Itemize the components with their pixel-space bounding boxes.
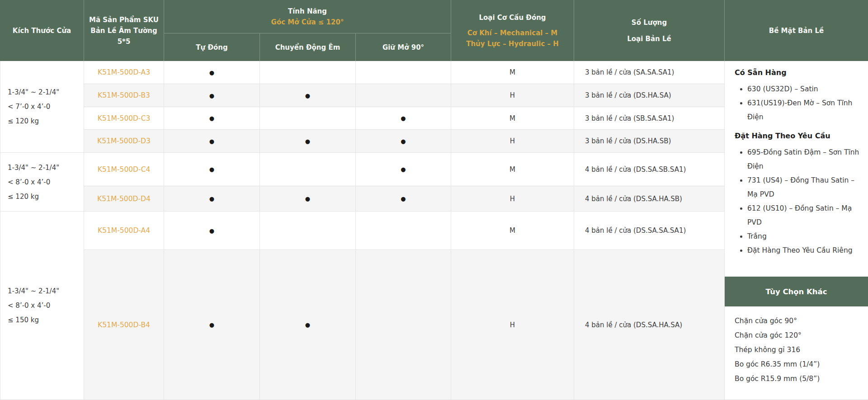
header-mechanism: Loại Cơ Cấu Đóng Cơ Khí – Mechanical – M…	[451, 0, 574, 61]
sku-link[interactable]: K51M-500D-C4	[84, 153, 164, 186]
list-item: 630 (US32D) – Satin	[747, 82, 863, 96]
header-feature-self-closing: Tự Đóng	[164, 33, 260, 61]
feature-smooth-motion-cell: ●	[260, 130, 356, 153]
quantity-cell: 4 bản lề / cửa (DS.SA.SA.SA1)	[574, 212, 725, 250]
door-size-line: < 7’-0 x 4’-0	[8, 99, 50, 114]
door-size-group-2: 1-3/4" ~ 2-1/4" < 8’-0 x 4’-0 ≤ 120 kg	[0, 153, 84, 212]
list-item: 695-Đồng Satin Đậm – Sơn Tĩnh Điện	[747, 146, 863, 174]
feature-smooth-motion-cell	[260, 61, 356, 84]
feature-smooth-motion-cell	[260, 153, 356, 186]
header-feature-hold-open: Giữ Mở 90°	[356, 33, 451, 61]
in-stock-heading: Có Sẵn Hàng	[735, 68, 868, 77]
sku-link[interactable]: K51M-500D-B4	[84, 250, 164, 400]
header-features: Tính Năng Góc Mở Cửa ≤ 120°	[164, 0, 451, 33]
quantity-cell: 3 bản lề / cửa (SB.SA.SA1)	[574, 107, 725, 130]
hinge-spec-table: Kích Thước Cửa Mã Sản Phẩm SKU Bản Lề Âm…	[0, 0, 868, 400]
header-sku: Mã Sản Phẩm SKU Bản Lề Âm Tường 5*5	[84, 0, 164, 61]
quantity-cell: 4 bản lề / cửa (DS.SA.HA.SA)	[574, 250, 725, 400]
header-surface: Bề Mặt Bản Lề	[725, 0, 868, 61]
feature-smooth-motion-cell	[260, 212, 356, 250]
list-item: 731 (US4) – Đồng Thau Satin – Mạ PVD	[747, 174, 863, 202]
quantity-cell: 4 bản lề / cửa (DS.SA.SB.SA1)	[574, 153, 725, 186]
door-size-line: ≤ 120 kg	[8, 114, 39, 128]
in-stock-list: 630 (US32D) – Satin 631(US19)-Đen Mờ – S…	[725, 82, 868, 124]
feature-hold-open-cell: ●	[356, 107, 451, 130]
feature-self-closing-cell: ●	[164, 107, 260, 130]
header-mechanism-title: Loại Cơ Cấu Đóng	[479, 12, 546, 23]
header-surface-label: Bề Mặt Bản Lề	[769, 25, 824, 36]
feature-self-closing-cell: ●	[164, 61, 260, 84]
door-size-group-3: 1-3/4" ~ 2-1/4" < 8’-0 x 4’-0 ≤ 150 kg	[0, 212, 84, 400]
made-to-order-heading: Đặt Hàng Theo Yêu Cầu	[735, 132, 868, 140]
header-door-size-label: Kích Thước Cửa	[13, 25, 71, 36]
door-size-group-1: 1-3/4" ~ 2-1/4" < 7’-0 x 4’-0 ≤ 120 kg	[0, 61, 84, 153]
feature-smooth-motion-cell: ●	[260, 186, 356, 212]
header-feature-self-closing-label: Tự Đóng	[196, 42, 227, 53]
door-size-line: 1-3/4" ~ 2-1/4"	[8, 85, 59, 99]
door-size-line: < 8’-0 x 4’-0	[8, 298, 50, 313]
feature-hold-open-cell	[356, 84, 451, 107]
surface-finish-panel: Có Sẵn Hàng 630 (US32D) – Satin 631(US19…	[725, 61, 868, 400]
feature-hold-open-cell: ●	[356, 130, 451, 153]
mechanism-cell: H	[451, 186, 574, 212]
door-size-line: ≤ 120 kg	[8, 189, 39, 204]
quantity-cell: 4 bản lề / cửa (DS.SA.HA.SB)	[574, 186, 725, 212]
other-options-banner: Tùy Chọn Khác	[725, 277, 868, 306]
header-feature-smooth-motion-label: Chuyển Động Êm	[275, 42, 340, 53]
list-item: Thép không gỉ 316	[735, 343, 868, 357]
hinge-spec-page: Kích Thước Cửa Mã Sản Phẩm SKU Bản Lề Âm…	[0, 0, 868, 400]
feature-self-closing-cell: ●	[164, 153, 260, 186]
feature-hold-open-cell: ●	[356, 153, 451, 186]
mechanism-cell: M	[451, 212, 574, 250]
list-item: Bo góc R6.35 mm (1/4”)	[735, 357, 868, 372]
header-quantity-line1: Số Lượng	[632, 17, 667, 28]
feature-self-closing-cell: ●	[164, 212, 260, 250]
header-features-title: Tính Năng	[288, 6, 327, 17]
feature-hold-open-cell: ●	[356, 186, 451, 212]
header-feature-smooth-motion: Chuyển Động Êm	[260, 33, 356, 61]
made-to-order-list: 695-Đồng Satin Đậm – Sơn Tĩnh Điện 731 (…	[725, 146, 868, 258]
door-size-line: ≤ 150 kg	[8, 313, 39, 327]
list-item: 612 (US10) – Đồng Satin – Mạ PVD	[747, 202, 863, 230]
quantity-cell: 3 bản lề / cửa (SA.SA.SA1)	[574, 61, 725, 84]
mechanism-cell: H	[451, 84, 574, 107]
feature-hold-open-cell	[356, 61, 451, 84]
header-quantity-line2: Loại Bản Lề	[627, 33, 671, 44]
sku-link[interactable]: K51M-500D-C3	[84, 107, 164, 130]
feature-smooth-motion-cell: ●	[260, 250, 356, 400]
list-item: 631(US19)-Đen Mờ – Sơn Tĩnh Điện	[747, 96, 863, 124]
feature-self-closing-cell: ●	[164, 84, 260, 107]
list-item: Đặt Hàng Theo Yêu Cầu Riêng	[747, 244, 863, 258]
feature-self-closing-cell: ●	[164, 186, 260, 212]
sku-link[interactable]: K51M-500D-B3	[84, 84, 164, 107]
header-mechanism-hydraulic: Thủy Lực – Hydraulic – H	[466, 38, 559, 49]
list-item: Trắng	[747, 230, 863, 244]
sku-link[interactable]: K51M-500D-D4	[84, 186, 164, 212]
door-size-line: < 8’-0 x 4’-0	[8, 175, 50, 189]
sku-link[interactable]: K51M-500D-A4	[84, 212, 164, 250]
mechanism-cell: H	[451, 130, 574, 153]
other-options-list: Chặn cửa góc 90° Chặn cửa góc 120° Thép …	[735, 314, 868, 386]
feature-self-closing-cell: ●	[164, 250, 260, 400]
list-item: Chặn cửa góc 90°	[735, 314, 868, 328]
header-door-size: Kích Thước Cửa	[0, 0, 84, 61]
mechanism-cell: H	[451, 250, 574, 400]
header-feature-hold-open-label: Giữ Mở 90°	[382, 42, 424, 53]
sku-link[interactable]: K51M-500D-D3	[84, 130, 164, 153]
feature-smooth-motion-cell: ●	[260, 84, 356, 107]
feature-smooth-motion-cell	[260, 107, 356, 130]
list-item: Bo góc R15.9 mm (5/8”)	[735, 372, 868, 386]
mechanism-cell: M	[451, 153, 574, 186]
sku-link[interactable]: K51M-500D-A3	[84, 61, 164, 84]
mechanism-cell: M	[451, 61, 574, 84]
quantity-cell: 3 bản lề / cửa (DS.HA.SA)	[574, 84, 725, 107]
header-quantity: Số Lượng Loại Bản Lề	[574, 0, 725, 61]
header-mechanism-mechanical: Cơ Khí – Mechanical – M	[467, 28, 558, 38]
feature-hold-open-cell	[356, 212, 451, 250]
quantity-cell: 3 bản lề / cửa (DS.HA.SB)	[574, 130, 725, 153]
header-sku-label: Mã Sản Phẩm SKU Bản Lề Âm Tường 5*5	[89, 14, 159, 47]
feature-self-closing-cell: ●	[164, 130, 260, 153]
header-features-subtitle: Góc Mở Cửa ≤ 120°	[271, 17, 344, 28]
door-size-line: 1-3/4" ~ 2-1/4"	[8, 160, 59, 175]
door-size-line: 1-3/4" ~ 2-1/4"	[8, 284, 59, 298]
